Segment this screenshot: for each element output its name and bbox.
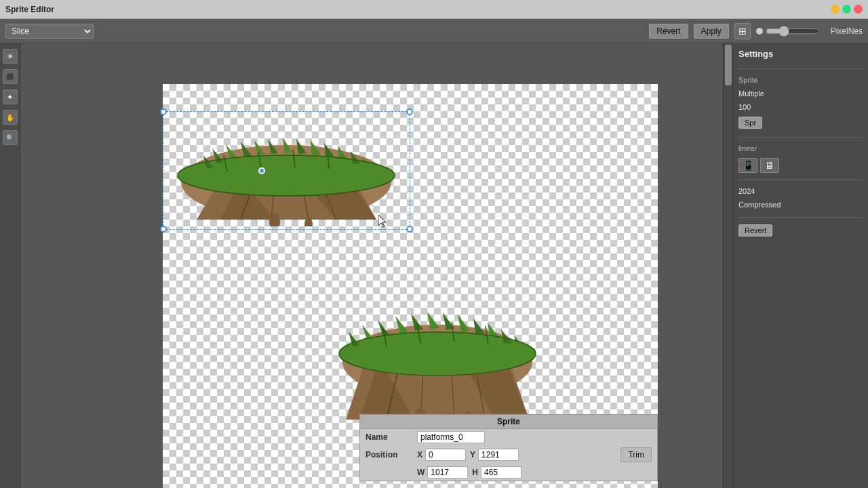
position-label: Position [366, 450, 413, 460]
filter-icons: 📱 🖥 [738, 158, 863, 173]
y-label: Y [470, 450, 475, 460]
selection-box[interactable] [163, 111, 410, 230]
filter-row: linear [738, 144, 863, 152]
desktop-icon-btn[interactable]: 🖥 [760, 158, 779, 173]
mode-value: Multiple [738, 89, 764, 98]
sprite-name-input[interactable] [417, 431, 485, 443]
sprite-label: Sprite [738, 76, 758, 84]
handle-top-left[interactable] [160, 108, 167, 115]
x-label: X [417, 450, 422, 460]
y-coord: Y [470, 449, 519, 461]
zoom-slider-container [756, 26, 820, 37]
w-coord: W [417, 466, 468, 479]
slider-dot [756, 28, 763, 35]
handle-bottom-left[interactable] [160, 226, 167, 232]
scrollbar-vertical[interactable] [723, 43, 732, 488]
revert-button[interactable]: Revert [649, 24, 688, 39]
revert-row: Revert [738, 224, 863, 237]
sprite-info-header: Sprite [360, 415, 657, 429]
filter-label: linear [738, 144, 757, 152]
sprite-position-row: Position X Y Trim [360, 445, 657, 464]
format-row: Compressed [738, 201, 863, 209]
slice-dropdown[interactable]: Slice Auto Grid By Cell Size Grid By Cel… [5, 24, 94, 39]
name-label: Name [366, 432, 413, 442]
grid-icon-btn[interactable]: ⊞ [734, 23, 751, 39]
minimize-button[interactable] [831, 5, 840, 14]
close-button[interactable] [854, 5, 863, 14]
sprite-row: Sprite [738, 76, 863, 84]
title-bar: Sprite Editor [0, 0, 868, 19]
select-tool[interactable]: ✦ [3, 89, 18, 104]
x-input[interactable] [425, 449, 466, 461]
h-coord: H [472, 466, 521, 479]
handle-top-right[interactable] [406, 108, 413, 115]
right-panel: Settings Sprite Multiple 100 Spr linear … [732, 43, 868, 488]
maxsize-row: 2024 [738, 187, 863, 195]
pixelnes-label: PixelNes [831, 26, 863, 36]
y-input[interactable] [478, 449, 519, 461]
sprite-name-row: Name [360, 429, 657, 445]
maximize-button[interactable] [842, 5, 851, 14]
w-input[interactable] [427, 466, 468, 479]
sprite-size-row: W H [360, 464, 657, 481]
toolbar: Slice Auto Grid By Cell Size Grid By Cel… [0, 19, 868, 43]
ppu-row: 100 [738, 103, 863, 111]
h-input[interactable] [481, 466, 521, 479]
sun-tool[interactable]: ☀ [3, 49, 18, 64]
ppu-value: 100 [738, 103, 751, 111]
phone-icon-btn[interactable]: 📱 [738, 158, 757, 173]
sprite-info-panel: Sprite Name Position X Y Trim W H [359, 414, 658, 481]
apply-button[interactable]: Apply [694, 24, 729, 39]
title-bar-controls [831, 5, 863, 14]
handle-center[interactable] [258, 167, 265, 174]
format-value: Compressed [738, 201, 781, 209]
w-label: W [417, 468, 425, 477]
panel-revert-button[interactable]: Revert [738, 224, 772, 237]
left-sidebar: ☀ ⬛ ✦ ✋ 🔍 [0, 43, 20, 488]
mode-row: Multiple [738, 89, 863, 98]
draw-tool[interactable]: ⬛ [3, 69, 18, 84]
handle-bottom-right[interactable] [406, 226, 413, 232]
x-coord: X [417, 449, 466, 461]
zoom-tool[interactable]: 🔍 [3, 130, 18, 145]
scroll-thumb[interactable] [725, 45, 732, 85]
title-bar-text: Sprite Editor [5, 5, 54, 14]
h-label: H [472, 468, 478, 477]
sprite-btn-row: Spr [738, 117, 863, 129]
maxsize-value: 2024 [738, 187, 755, 195]
trim-button[interactable]: Trim [620, 447, 652, 462]
sprite-mode-button[interactable]: Spr [738, 117, 762, 129]
hand-tool[interactable]: ✋ [3, 110, 18, 125]
settings-title: Settings [738, 49, 863, 59]
zoom-slider[interactable] [766, 26, 820, 37]
